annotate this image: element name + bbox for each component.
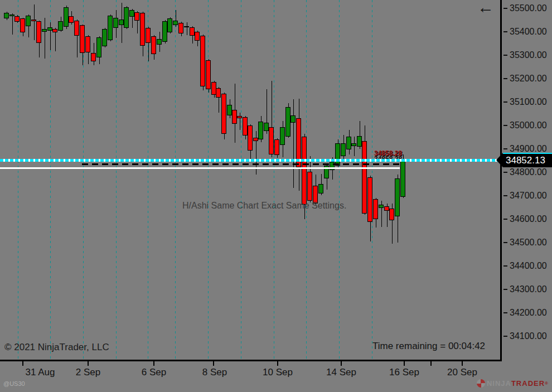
candle (178, 23, 183, 33)
candle (264, 123, 269, 131)
session-gridline (339, 0, 340, 360)
time-remaining-text: Time remaining = 00:04:42 (372, 341, 485, 352)
candle (285, 107, 290, 137)
candle (232, 110, 237, 124)
price-axis-tick (503, 242, 507, 243)
candle (227, 105, 232, 115)
candle (146, 28, 151, 43)
candle (258, 122, 263, 139)
time-axis[interactable]: @US30 NINJA TRADER ® 31 Aug2 Sep6 Sep8 S… (0, 361, 552, 392)
candle (47, 27, 52, 31)
candle-wick (293, 99, 294, 188)
price-marker-value: 34852.13 (503, 153, 552, 167)
candle (248, 125, 253, 151)
candle (221, 94, 226, 134)
candle (124, 7, 129, 28)
time-axis-tick (88, 361, 89, 366)
price-axis-label: 34800.00 (510, 167, 547, 177)
price-axis-tick (503, 312, 507, 313)
candle (9, 14, 14, 16)
candle (269, 127, 274, 154)
time-axis-tick (277, 361, 278, 366)
candle (389, 209, 394, 220)
candle (129, 10, 134, 17)
price-axis-label: 35100.00 (510, 97, 547, 107)
candle (58, 21, 63, 31)
price-axis[interactable]: 35500.0035400.0035300.0035200.0035100.00… (502, 0, 552, 361)
candle (26, 16, 31, 26)
candle (20, 18, 25, 32)
ninjatrader-chart-window: H/Ashi Same Chart Exact Same Settings. 3… (0, 0, 552, 392)
candle (91, 53, 96, 61)
candle (14, 16, 20, 22)
time-axis-label: 10 Sep (253, 367, 303, 378)
candle (173, 21, 178, 25)
candle (351, 143, 356, 146)
session-gridline (274, 0, 274, 360)
candle (184, 26, 189, 27)
time-axis-tick (153, 361, 154, 366)
price-axis-label: 34400.00 (510, 261, 547, 271)
candle (318, 184, 323, 193)
hline-cyan-white-dashed (0, 159, 498, 162)
scroll-to-latest-arrow-icon[interactable]: ← (477, 0, 494, 17)
time-axis-label: 6 Sep (129, 367, 179, 378)
candle (96, 37, 101, 57)
candle (119, 20, 124, 25)
time-axis-label: 8 Sep (190, 367, 240, 378)
chart-plot-area[interactable]: H/Ashi Same Chart Exact Same Settings. 3… (0, 0, 500, 360)
candle (400, 160, 405, 197)
price-axis-tick (503, 219, 507, 220)
price-axis-tick (503, 265, 507, 267)
logo-text-trader: TRADER (511, 379, 545, 388)
candle (373, 199, 378, 219)
candle (290, 115, 296, 123)
candle (4, 13, 9, 18)
price-axis-tick (503, 31, 507, 32)
candle (102, 29, 107, 46)
copyright-text: © 2021 NinjaTrader, LLC (4, 342, 109, 353)
logo-text-ninja: NINJA (487, 379, 511, 388)
candle (108, 16, 113, 40)
logo-registered-mark: ® (545, 381, 549, 386)
candle (379, 205, 384, 208)
candle-wick (34, 4, 35, 40)
candle (341, 143, 346, 156)
time-axis-tick (404, 361, 405, 366)
price-axis-tick (503, 289, 507, 290)
ninjatrader-logo-icon (477, 379, 485, 388)
candle (395, 178, 400, 216)
session-gridline (50, 0, 51, 360)
candle (253, 138, 258, 141)
time-axis-separator (0, 360, 502, 361)
price-axis-tick (503, 195, 507, 196)
candle (216, 88, 221, 98)
time-axis-label: 16 Sep (379, 367, 429, 378)
candle (206, 60, 211, 89)
candle (307, 172, 312, 201)
candle-wick (187, 22, 187, 35)
time-axis-tick (341, 361, 342, 366)
candle (74, 21, 79, 36)
candle (346, 137, 351, 149)
candle (157, 39, 162, 45)
candle (42, 29, 47, 32)
candle (140, 13, 145, 46)
price-axis-label: 34100.00 (510, 331, 547, 341)
candle (31, 20, 36, 21)
candle (357, 136, 362, 147)
candle (36, 21, 41, 43)
candle (167, 18, 172, 32)
candle (384, 206, 389, 211)
session-gridline (208, 0, 209, 360)
price-axis-tick (503, 78, 507, 79)
candle (200, 36, 205, 86)
candle (274, 139, 279, 155)
candle (195, 32, 200, 41)
time-axis-tick (22, 361, 23, 366)
instrument-watermark: @US30 (3, 380, 25, 387)
price-axis-label: 34500.00 (510, 238, 547, 248)
price-axis-label: 35400.00 (510, 27, 547, 37)
session-gridline (18, 0, 18, 360)
candle (302, 137, 307, 205)
